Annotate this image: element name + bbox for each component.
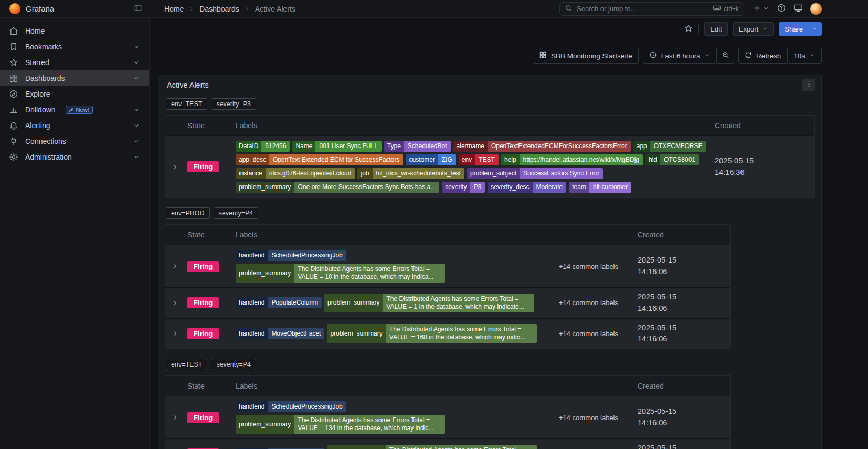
sidebar-item-connections[interactable]: Connections	[0, 133, 149, 149]
alert-label-chip[interactable]: problem_summaryThe Distributed Agents ha…	[327, 445, 536, 449]
app-root: Grafana HomeDashboardsActive Alerts Sear…	[0, 0, 868, 449]
sidebar-item-label: Dashboards	[25, 74, 65, 82]
user-avatar[interactable]	[810, 3, 822, 15]
sidebar-item-explore[interactable]: Explore	[0, 86, 149, 102]
alert-label-chip[interactable]: jobhit_otcs_wr-schedulebots_test	[357, 168, 464, 179]
help-icon	[777, 3, 786, 14]
alert-label-chip[interactable]: problem_summaryOne ore More SuccessFacto…	[236, 182, 439, 193]
chevron-down-icon	[133, 75, 140, 82]
edit-button[interactable]: Edit	[704, 22, 727, 36]
breadcrumb-item[interactable]: Dashboards	[199, 5, 239, 13]
chevron-down-icon	[133, 153, 140, 161]
new-menu-button[interactable]	[753, 4, 769, 14]
alert-label-chip[interactable]: teamhit-customer	[569, 182, 631, 193]
alert-label-chip[interactable]: problem_summaryThe Distributed Agents ha…	[236, 415, 445, 434]
group-tag[interactable]: severity=P4	[211, 359, 256, 370]
share-button[interactable]: Share	[779, 22, 809, 36]
chevron-right-icon	[188, 6, 195, 12]
alert-label-chip[interactable]: problem_subjectSuccessFactors Sync Error	[467, 168, 603, 179]
table-header-row: StateLabelsCreated	[165, 116, 814, 135]
alert-table: StateLabelsCreatedFiringhandleridSchedul…	[165, 375, 731, 449]
refresh-button[interactable]: Refresh	[738, 48, 787, 64]
chevron-right-icon	[172, 330, 179, 337]
alert-label-chip[interactable]: instanceotcs.g076-test.opentext.cloud	[236, 168, 355, 179]
alert-label-chip[interactable]: handleridScheduledProcessingJob	[236, 401, 346, 412]
sidebar-toggle-button[interactable]	[134, 4, 142, 14]
group-tag[interactable]: env=TEST	[166, 359, 207, 370]
favorite-star-button[interactable]	[684, 24, 693, 35]
search-box[interactable]: Search or jump to... ctrl+k	[559, 2, 744, 16]
alert-label-chip[interactable]: severityP3	[442, 182, 485, 193]
alert-label-chip[interactable]: DataID512456	[236, 141, 290, 152]
expand-row-button[interactable]	[172, 330, 179, 337]
export-button[interactable]: Export	[733, 22, 774, 36]
alert-label-chip[interactable]: problem_summaryThe Distributed Agents ha…	[236, 264, 445, 283]
apps-icon	[9, 74, 18, 83]
alert-label-chip[interactable]: problem_summaryThe Distributed Agents ha…	[327, 324, 536, 343]
alert-label-chip[interactable]: appOTXECMFORSF	[633, 141, 706, 152]
chevron-down-icon	[761, 25, 768, 33]
group-tag[interactable]: env=PROD	[166, 207, 210, 219]
label-key: problem_summary	[327, 324, 385, 343]
alert-label-chip[interactable]: handleridMoveObjectFacet	[236, 328, 324, 339]
column-header-labels: Labels	[236, 121, 715, 130]
label-key: help	[501, 154, 520, 165]
alert-label-chip[interactable]: envTEST	[459, 154, 499, 165]
sidebar-item-alerting[interactable]: Alerting	[0, 118, 149, 133]
group-tag[interactable]: env=TEST	[166, 98, 207, 110]
group-tag[interactable]: severity=P4	[214, 207, 259, 219]
alert-label-chip[interactable]: TypeScheduledBot	[384, 141, 451, 152]
time-range-picker[interactable]: Last 6 hours	[643, 48, 717, 64]
labels-cell: handleridScheduledProcessingJobproblem_s…	[236, 400, 559, 435]
label-value: hit_otcs_wr-schedulebots_test	[373, 168, 464, 179]
refresh-interval-button[interactable]: 10s	[787, 48, 822, 64]
alert-label-chip[interactable]: handleridPopulateColumn	[236, 297, 322, 308]
bell-icon	[9, 121, 18, 130]
expand-row-button[interactable]	[172, 163, 179, 171]
expand-row-button[interactable]	[172, 299, 179, 307]
sidebar-item-starred[interactable]: Starred	[0, 55, 149, 70]
state-cell: Firing	[185, 261, 236, 272]
time-picker-group: Last 6 hours	[643, 48, 734, 64]
label-key: app_desc	[236, 154, 269, 165]
labels-cell: handleridMoveObjectFacetproblem_summaryT…	[236, 444, 559, 449]
alert-row: FiringhandleridScheduledProcessingJobpro…	[165, 245, 730, 287]
export-button-label: Export	[739, 25, 759, 33]
alert-label-chip[interactable]: Name001 User Sync FULL	[292, 141, 381, 152]
sidebar-item-drilldown[interactable]: DrilldownNew!	[0, 102, 149, 118]
label-value: The Distributed Agents has some Errors T…	[383, 294, 534, 312]
zoom-out-button[interactable]	[717, 48, 734, 64]
alert-label-chip[interactable]: handleridScheduledProcessingJob	[236, 250, 346, 261]
expand-cell	[165, 163, 185, 171]
expand-row-button[interactable]	[172, 414, 179, 421]
dashboard-link-button[interactable]: SBB Monitoring Startseite	[533, 48, 639, 64]
panel-menu-button[interactable]	[802, 79, 815, 91]
breadcrumb-item[interactable]: Active Alerts	[255, 5, 295, 13]
expand-cell	[165, 330, 185, 337]
sidebar-item-administration[interactable]: Administration	[0, 149, 149, 165]
share-menu-button[interactable]	[808, 22, 822, 36]
news-button[interactable]	[793, 3, 803, 14]
alert-state-badge: Firing	[187, 161, 219, 172]
help-button[interactable]	[777, 3, 786, 14]
expand-row-button[interactable]	[172, 263, 179, 270]
kebab-icon	[805, 80, 813, 90]
sidebar-item-bookmarks[interactable]: Bookmarks	[0, 39, 149, 55]
alert-label-chip[interactable]: helphttps://handel.atlassian.net/wiki/x/…	[501, 154, 643, 165]
alert-label-chip[interactable]: alertnameOpenTextExtendedECMForSuccessFa…	[453, 141, 631, 152]
breadcrumb-item[interactable]: Home	[164, 5, 184, 13]
refresh-icon	[745, 51, 752, 59]
expand-cell	[165, 263, 185, 270]
alert-label-chip[interactable]: problem_summaryThe Distributed Agents ha…	[324, 294, 534, 312]
alert-label-chip[interactable]: severity_descModerate	[488, 182, 566, 193]
alert-label-chip[interactable]: app_descOpenText Extended ECM for Succes…	[236, 154, 403, 165]
group-tag[interactable]: severity=P3	[211, 98, 256, 110]
alert-label-chip[interactable]: customerZIG	[406, 154, 456, 165]
common-labels-text: +14 common labels	[559, 263, 638, 270]
sidebar-item-home[interactable]: Home	[0, 23, 149, 39]
grafana-logo-icon[interactable]	[9, 3, 20, 14]
alert-label-chip[interactable]: hidOTCS8001	[645, 154, 699, 165]
refresh-group: Refresh 10s	[738, 48, 822, 64]
sidebar-item-dashboards[interactable]: Dashboards	[0, 70, 149, 86]
column-header-created: Created	[638, 231, 730, 239]
